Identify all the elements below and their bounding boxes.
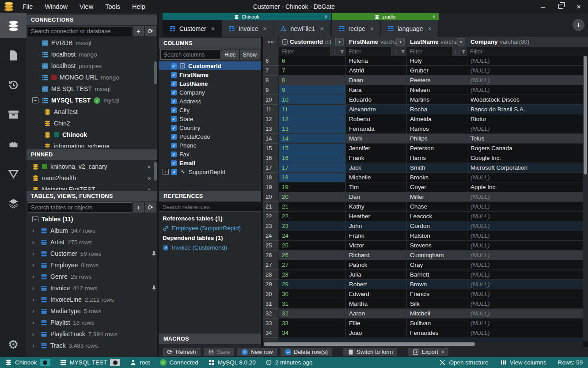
row-number[interactable]: 26 <box>263 250 279 260</box>
row-number[interactable]: 20 <box>263 192 279 202</box>
row-number[interactable]: 14 <box>263 134 279 144</box>
horizontal-scrollbar-thumb[interactable] <box>264 342 475 346</box>
pinned-item[interactable]: Metastav EvaTEST× <box>27 184 157 190</box>
new-row-button[interactable]: +New row <box>237 348 277 356</box>
filter-input-company[interactable] <box>467 47 588 56</box>
connection-item[interactable]: AnalTest <box>27 106 157 118</box>
column-item-firstname[interactable]: ✓FirstName <box>159 70 261 79</box>
references-search-input[interactable] <box>159 202 261 212</box>
filter-menu-icon[interactable]: ⋮ <box>330 47 338 56</box>
row-number[interactable]: 29 <box>263 280 279 289</box>
connection-item[interactable]: localhostmongo <box>27 49 157 60</box>
row-number[interactable]: 28 <box>263 270 279 280</box>
cell-company[interactable]: (NULL) <box>467 309 588 319</box>
cell-customerid[interactable]: 14 <box>279 134 346 144</box>
cell-lastname[interactable]: Harris <box>407 153 467 163</box>
cell-lastname[interactable]: Martins <box>407 95 467 105</box>
cell-firstname[interactable]: Richard <box>346 250 407 260</box>
grid-column-header-customerid[interactable]: 1CustomerIdint▾ <box>279 37 346 47</box>
database-color-badge[interactable] <box>40 359 50 366</box>
row-number[interactable]: 17 <box>263 163 279 173</box>
table-item-genre[interactable]: ›Genre25 rows <box>27 271 157 282</box>
cell-company[interactable]: Woodstock Discos <box>467 95 588 105</box>
row-number[interactable]: 9 <box>263 85 279 95</box>
chevron-right-icon[interactable]: › <box>32 319 38 326</box>
cell-company[interactable]: (NULL) <box>467 85 588 95</box>
close-tab-icon[interactable]: × <box>263 25 266 32</box>
connection-item[interactable]: EVRDBmssql <box>27 37 157 49</box>
cell-lastname[interactable]: Goyer <box>407 182 467 192</box>
new-tab-button[interactable]: + <box>573 19 584 31</box>
cell-company[interactable]: (NULL) <box>467 328 588 338</box>
filter-input-lastname[interactable] <box>407 47 452 56</box>
close-group-icon[interactable]: × <box>325 14 328 20</box>
menu-window[interactable]: Window <box>45 3 68 10</box>
filter-menu-icon[interactable]: ⋮ <box>452 47 459 56</box>
cell-firstname[interactable]: Aaron <box>346 309 407 319</box>
table-item-mediatype[interactable]: ›MediaType5 rows <box>27 305 157 317</box>
tab-recipe[interactable]: recipe× <box>332 20 381 37</box>
row-number[interactable]: 13 <box>263 124 279 134</box>
cell-firstname[interactable]: Patrick <box>346 260 407 270</box>
close-tab-icon[interactable]: × <box>428 25 432 32</box>
cell-customerid[interactable]: 6 <box>279 56 346 66</box>
switch-to-form-button[interactable]: Switch to form <box>343 348 397 356</box>
cell-firstname[interactable]: Roberto <box>346 114 407 124</box>
cell-company[interactable]: (NULL) <box>467 76 588 85</box>
close-button[interactable]: × <box>577 3 581 11</box>
cell-customerid[interactable]: 26 <box>279 250 346 260</box>
connection-item[interactable]: localhostpostgres <box>27 60 157 72</box>
column-item-customerid[interactable]: ✓1CustomerId <box>159 61 261 70</box>
close-tab-icon[interactable]: × <box>320 25 323 32</box>
refresh-connections-button[interactable]: ⟳ <box>145 26 156 36</box>
cell-customerid[interactable]: 33 <box>279 319 346 328</box>
cell-company[interactable]: (NULL) <box>467 241 588 250</box>
cell-customerid[interactable]: 28 <box>279 270 346 280</box>
cell-firstname[interactable]: Heather <box>346 212 407 221</box>
cell-firstname[interactable]: Ellie <box>346 319 407 328</box>
cell-firstname[interactable]: Frank <box>346 153 407 163</box>
tables-search-input[interactable] <box>28 202 132 212</box>
chevron-right-icon[interactable]: › <box>32 227 38 234</box>
reference-link[interactable]: Invoice (CustomerId) <box>159 243 261 252</box>
rail-query-icon[interactable] <box>0 161 27 186</box>
cell-customerid[interactable]: 8 <box>279 76 346 85</box>
cell-firstname[interactable]: Daan <box>346 76 407 85</box>
collapse-expander-icon[interactable]: − <box>32 97 38 103</box>
cell-firstname[interactable]: Robert <box>346 280 407 289</box>
row-number[interactable]: 32 <box>263 309 279 319</box>
cell-firstname[interactable]: Kara <box>346 85 407 95</box>
cell-firstname[interactable]: Julia <box>346 270 407 280</box>
cell-company[interactable]: Google Inc. <box>467 153 588 163</box>
rail-file-icon[interactable] <box>0 43 27 68</box>
column-dropdown-icon[interactable]: ▾ <box>457 38 465 46</box>
column-item-postalcode[interactable]: ✓PostalCode <box>159 132 261 141</box>
cell-company[interactable]: (NULL) <box>467 192 588 202</box>
row-number[interactable]: 16 <box>263 153 279 163</box>
cell-firstname[interactable]: Helena <box>346 56 407 66</box>
column-item-fax[interactable]: ✓Fax <box>159 150 261 159</box>
cell-customerid[interactable]: 19 <box>279 182 346 192</box>
cell-firstname[interactable]: Mark <box>346 134 407 144</box>
table-item-employee[interactable]: ›Employee8 rows <box>27 259 157 271</box>
cell-firstname[interactable]: Astrid <box>346 66 407 76</box>
filter-input-firstname[interactable] <box>346 47 391 56</box>
rail-layers-icon[interactable] <box>0 191 27 216</box>
row-number[interactable]: 8 <box>263 76 279 85</box>
column-checkbox[interactable]: ✓ <box>171 63 177 69</box>
grid-column-header-company[interactable]: Companyvarchar(80) <box>467 37 588 47</box>
cell-firstname[interactable]: Jack <box>346 163 407 173</box>
cell-lastname[interactable]: Ramos <box>407 124 467 134</box>
cell-customerid[interactable]: 17 <box>279 163 346 173</box>
cell-company[interactable]: Apple Inc. <box>467 182 588 192</box>
cell-customerid[interactable]: 18 <box>279 173 346 182</box>
cell-company[interactable]: (NULL) <box>467 289 588 299</box>
row-number[interactable]: 18 <box>263 173 279 182</box>
row-number[interactable]: 19 <box>263 182 279 192</box>
cell-company[interactable]: Microsoft Corporation <box>467 163 588 173</box>
cell-lastname[interactable]: Leacock <box>407 212 467 221</box>
grid-column-header-lastname[interactable]: LastNamevarcha▾ <box>407 37 467 47</box>
rail-archive-icon[interactable] <box>0 102 27 127</box>
row-number[interactable]: 21 <box>263 202 279 212</box>
connections-scrollbar-thumb[interactable] <box>154 61 157 84</box>
